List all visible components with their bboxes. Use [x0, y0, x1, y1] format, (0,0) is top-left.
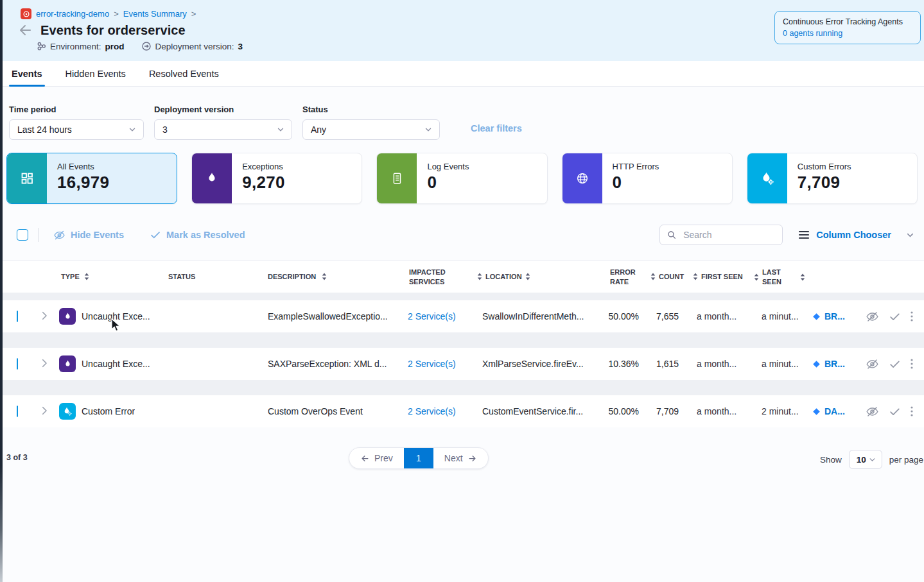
- error-tracking-logo-icon: [21, 8, 31, 19]
- resolve-event-icon[interactable]: [889, 406, 901, 418]
- card-label: Custom Errors: [798, 162, 851, 171]
- hide-events-label: Hide Events: [71, 230, 124, 240]
- hide-event-icon[interactable]: [866, 310, 879, 323]
- column-header-impacted-services[interactable]: IMPACTED SERVICES: [404, 268, 475, 286]
- event-count: 7,655: [641, 311, 686, 321]
- jira-diamond-icon: [812, 312, 821, 321]
- sidebar-edge: [0, 0, 3, 582]
- table-toolbar: Hide Events Mark as Resolved Column Choo…: [0, 223, 924, 246]
- table-footer: 3 of 3 Prev 1 Next Show 10 per page: [0, 447, 924, 475]
- toolbar-divider: [39, 228, 39, 242]
- row-expander-chevron-icon[interactable]: [36, 357, 59, 371]
- tab-events[interactable]: Events: [12, 61, 42, 86]
- row-checkbox[interactable]: [17, 311, 18, 322]
- flame-icon: [59, 308, 76, 325]
- kebab-menu-icon[interactable]: [911, 359, 913, 369]
- event-location: CustomEventService.fir...: [475, 406, 593, 416]
- card-value: 0: [613, 173, 659, 193]
- check-icon: [150, 229, 161, 241]
- jira-ticket-link[interactable]: DA...: [805, 406, 853, 416]
- card-value: 16,979: [57, 173, 109, 193]
- column-header-count[interactable]: COUNT: [641, 272, 686, 281]
- back-arrow-icon[interactable]: [18, 22, 33, 38]
- event-count: 7,709: [641, 406, 686, 416]
- error-rate: 10.36%: [593, 359, 641, 369]
- impacted-services-link[interactable]: 2 Service(s): [404, 406, 475, 416]
- kebab-menu-icon[interactable]: [911, 406, 913, 416]
- filter-bar: Time period Last 24 hours Deployment ver…: [0, 87, 924, 140]
- column-header-error-rate[interactable]: ERROR RATE: [593, 268, 641, 286]
- column-header-location[interactable]: LOCATION: [475, 272, 593, 281]
- column-header-status[interactable]: STATUS: [168, 272, 268, 281]
- hide-events-button[interactable]: Hide Events: [53, 229, 124, 241]
- chevron-down-icon: [276, 125, 285, 134]
- row-expander-chevron-icon[interactable]: [36, 310, 59, 323]
- search-input[interactable]: [682, 229, 776, 241]
- breadcrumb-separator: >: [114, 9, 119, 19]
- time-period-select[interactable]: Last 24 hours: [9, 119, 144, 140]
- row-checkbox[interactable]: [17, 358, 18, 370]
- table-header: TYPE STATUS DESCRIPTION IMPACTED SERVICE…: [0, 261, 924, 293]
- page-size-control: Show 10 per page: [820, 450, 923, 469]
- breadcrumb-project[interactable]: error-tracking-demo: [36, 9, 109, 19]
- sort-icon: [84, 273, 89, 280]
- column-label: STATUS: [168, 272, 195, 281]
- jira-ticket-link[interactable]: BR...: [805, 311, 853, 321]
- first-seen: a month...: [686, 406, 747, 416]
- jira-ticket-link[interactable]: BR...: [805, 359, 853, 369]
- time-period-label: Time period: [9, 105, 144, 114]
- deployment-version-select[interactable]: 3: [154, 119, 292, 140]
- jira-diamond-icon: [812, 407, 821, 416]
- eye-off-icon: [53, 229, 65, 241]
- hide-event-icon[interactable]: [866, 405, 879, 418]
- resolve-event-icon[interactable]: [889, 311, 901, 323]
- card-custom-errors[interactable]: Custom Errors 7,709: [747, 153, 918, 204]
- flame-gear-icon: [59, 403, 76, 420]
- page-size-select[interactable]: 10: [849, 450, 882, 469]
- jira-diamond-icon: [812, 359, 821, 369]
- column-label: COUNT: [659, 272, 684, 281]
- deployment-version-label: Deployment version: [154, 105, 292, 114]
- kebab-menu-icon[interactable]: [911, 311, 913, 321]
- column-header-last-seen[interactable]: LAST SEEN: [747, 268, 805, 286]
- page-number-button[interactable]: 1: [404, 448, 433, 468]
- agents-running-link[interactable]: 0 agents running: [783, 29, 912, 38]
- clear-filters-button[interactable]: Clear filters: [471, 123, 522, 133]
- breadcrumb-events-summary[interactable]: Events Summary: [123, 9, 187, 19]
- tab-resolved-events[interactable]: Resolved Events: [149, 61, 219, 86]
- show-label: Show: [820, 455, 842, 465]
- card-all-events[interactable]: All Events 16,979: [6, 153, 177, 204]
- column-header-type[interactable]: TYPE: [59, 272, 168, 281]
- next-label: Next: [444, 453, 463, 463]
- row-checkbox[interactable]: [17, 406, 18, 417]
- status-select[interactable]: Any: [302, 119, 440, 140]
- deployment-value: 3: [238, 42, 243, 51]
- arrow-right-icon: [467, 454, 477, 463]
- column-chooser-button[interactable]: Column Chooser: [798, 230, 915, 240]
- select-all-checkbox[interactable]: [17, 229, 28, 241]
- event-location: XmlParseService.fireEv...: [475, 359, 593, 369]
- next-page-button[interactable]: Next: [433, 448, 488, 468]
- card-http-errors[interactable]: HTTP Errors 0: [562, 153, 733, 204]
- mark-resolved-label: Mark as Resolved: [166, 230, 245, 240]
- sort-icon: [322, 273, 327, 280]
- card-exceptions[interactable]: Exceptions 9,270: [191, 153, 362, 204]
- prev-page-button[interactable]: Prev: [349, 448, 404, 468]
- resolve-event-icon[interactable]: [889, 358, 901, 370]
- sort-icon: [693, 273, 698, 280]
- impacted-services-link[interactable]: 2 Service(s): [404, 311, 475, 321]
- search-box: [659, 225, 783, 245]
- column-header-description[interactable]: DESCRIPTION: [268, 272, 404, 281]
- mark-resolved-button[interactable]: Mark as Resolved: [150, 229, 245, 241]
- deployment-version-value: 3: [162, 124, 168, 135]
- agents-title: Continuous Error Tracking Agents: [783, 17, 912, 26]
- column-header-first-seen[interactable]: FIRST SEEN: [686, 272, 747, 281]
- tab-hidden-events[interactable]: Hidden Events: [65, 61, 126, 86]
- card-log-events[interactable]: Log Events 0: [376, 153, 547, 204]
- agents-status-card: Continuous Error Tracking Agents 0 agent…: [774, 11, 921, 44]
- hide-event-icon[interactable]: [866, 357, 879, 371]
- impacted-services-link[interactable]: 2 Service(s): [404, 359, 475, 369]
- event-type-cards: All Events 16,979 Exceptions 9,270 Log E…: [6, 153, 918, 204]
- status-label: Status: [302, 105, 440, 114]
- row-expander-chevron-icon[interactable]: [36, 405, 59, 418]
